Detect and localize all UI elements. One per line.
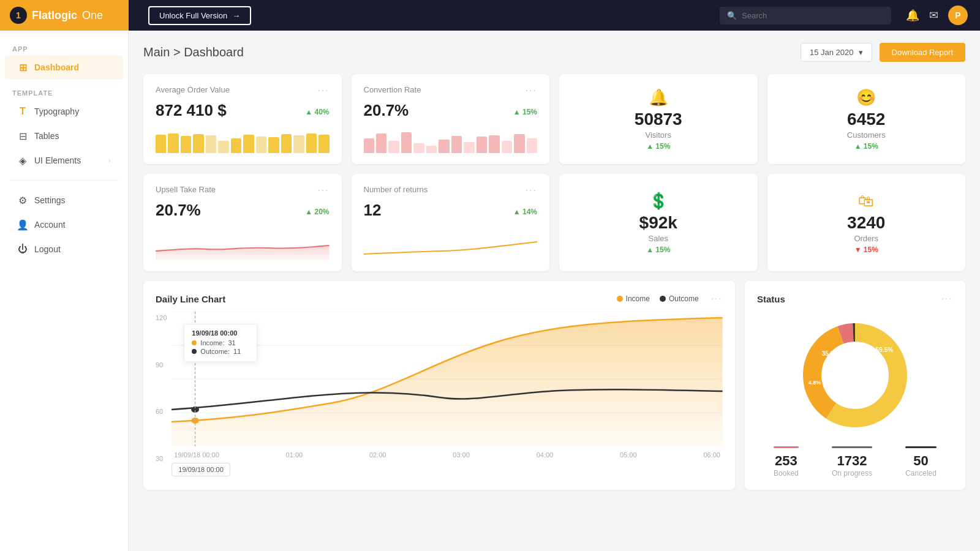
- stat-in-progress: 1732 On progress: [832, 446, 872, 478]
- tables-icon: ⊟: [17, 130, 28, 141]
- stats-row1: Average Order Value ··· 872 410 $ ▲ 40%: [143, 74, 965, 164]
- card-upsell-badge: ▲ 20%: [305, 208, 329, 216]
- card-conversion-badge: ▲ 15%: [513, 108, 537, 116]
- bar: [256, 137, 266, 153]
- search-icon: 🔍: [727, 11, 737, 20]
- bar: [376, 133, 386, 153]
- card-avg-order-badge: ▲ 40%: [305, 108, 329, 116]
- mail-icon[interactable]: ✉: [929, 9, 938, 22]
- legend-outcome: Outcome: [660, 294, 699, 303]
- stat-canceled: 50 Canceled: [905, 446, 937, 478]
- status-header: Status ···: [757, 293, 953, 304]
- chevron-right-icon: ›: [108, 157, 111, 164]
- bar: [514, 134, 524, 153]
- card-returns-menu[interactable]: ···: [526, 185, 537, 196]
- card-avg-order: Average Order Value ··· 872 410 $ ▲ 40%: [143, 74, 342, 164]
- bar: [293, 135, 304, 153]
- bar: [439, 140, 449, 153]
- download-report-button[interactable]: Download Report: [880, 43, 965, 62]
- date-selector[interactable]: 15 Jan 2020 ▾: [801, 43, 872, 62]
- orders-label: Orders: [854, 234, 878, 243]
- scrub-label[interactable]: 19/09/18 00:00: [172, 463, 230, 476]
- card-upsell-menu[interactable]: ···: [317, 185, 329, 196]
- bar-chart-conversion: [364, 129, 538, 153]
- progress-bar: [832, 446, 872, 448]
- card-upsell-title: Upsell Take Rate: [156, 185, 216, 194]
- card-avg-order-menu[interactable]: ···: [317, 85, 329, 96]
- sidebar-item-account[interactable]: 👤 Account: [5, 213, 123, 236]
- notification-icon[interactable]: 🔔: [906, 9, 919, 22]
- canceled-bar: [905, 446, 937, 448]
- bar: [364, 138, 374, 153]
- avatar[interactable]: P: [948, 6, 968, 25]
- bar: [156, 135, 166, 153]
- bar: [451, 136, 462, 153]
- svg-text:59.5%: 59.5%: [876, 347, 893, 353]
- svg-text:35.1%: 35.1%: [822, 350, 839, 357]
- chart-svg-area: 19/09/18 00:00 Income: 31 Outcome: 11: [172, 312, 723, 474]
- bar: [168, 133, 178, 153]
- tooltip-income-row: Income: 31: [192, 339, 249, 347]
- sidebar-section-template: TEMPLATE: [0, 84, 128, 99]
- card-avg-order-title: Average Order Value: [156, 85, 230, 94]
- mini-line-returns: [364, 230, 538, 260]
- bar: [426, 146, 437, 153]
- card-visitors: 🔔 50873 Visitors ▲ 15%: [559, 74, 758, 164]
- status-menu[interactable]: ···: [941, 293, 953, 304]
- orders-value: 3240: [847, 213, 885, 233]
- visitors-value: 50873: [635, 110, 682, 129]
- search-input[interactable]: [742, 11, 884, 20]
- sidebar-item-dashboard[interactable]: ⊞ Dashboard: [5, 56, 123, 79]
- chart-card-daily: Daily Line Chart Income Outcome: [143, 281, 735, 490]
- card-conversion-menu[interactable]: ···: [526, 85, 537, 96]
- donut-wrapper: 59.5% 35.1% 4.8%: [757, 314, 953, 437]
- sidebar-item-ui-elements[interactable]: ◈ UI Elements ›: [5, 149, 123, 172]
- status-title: Status: [757, 294, 785, 304]
- orders-icon: 🛍: [858, 192, 874, 211]
- bar: [527, 138, 537, 153]
- status-stats: 253 Booked 1732 On progress 50 Canceled: [757, 446, 953, 478]
- chart-header: Daily Line Chart Income Outcome: [156, 293, 723, 304]
- logo-area: 1 Flatlogic One: [0, 0, 129, 31]
- chevron-down-icon: ▾: [859, 48, 863, 57]
- bar: [502, 141, 512, 153]
- content-area: Main > Dashboard 15 Jan 2020 ▾ Download …: [129, 31, 980, 551]
- customers-badge: ▲ 15%: [854, 142, 878, 151]
- bar: [306, 133, 317, 153]
- bar: [489, 135, 499, 153]
- logo-text: Flatlogic: [32, 9, 77, 22]
- card-upsell-value: 20.7%: [156, 201, 201, 220]
- card-conversion-title: Convertion Rate: [364, 85, 421, 94]
- chart-tooltip: 19/09/18 00:00 Income: 31 Outcome: 11: [184, 324, 257, 362]
- nav-icons: 🔔 ✉ P: [906, 6, 968, 25]
- chart-legend: Income Outcome: [617, 294, 699, 303]
- breadcrumb: Main > Dashboard: [143, 45, 244, 59]
- bar-chart-avg-order: [156, 129, 330, 153]
- bar: [477, 137, 487, 153]
- donut-chart: 59.5% 35.1% 4.8%: [794, 314, 916, 437]
- card-customers: 😊 6452 Customers ▲ 15%: [767, 74, 966, 164]
- bottom-grid: Daily Line Chart Income Outcome: [143, 281, 965, 490]
- search-bar: 🔍: [720, 7, 891, 24]
- mini-line-upsell: [156, 230, 330, 260]
- bar: [193, 134, 203, 153]
- sales-icon: 💲: [649, 192, 668, 211]
- bar: [181, 136, 191, 153]
- bar: [464, 142, 474, 153]
- unlock-button[interactable]: Unlock Full Version →: [148, 6, 251, 25]
- page-header: Main > Dashboard 15 Jan 2020 ▾ Download …: [143, 43, 965, 62]
- card-returns-badge: ▲ 14%: [513, 208, 537, 216]
- sidebar-item-tables[interactable]: ⊟ Tables: [5, 124, 123, 148]
- bar: [268, 137, 279, 153]
- legend-income-dot: [617, 296, 623, 302]
- tooltip-outcome-dot: [192, 349, 197, 354]
- sidebar-section-app: APP: [0, 40, 128, 55]
- chart-menu[interactable]: ···: [711, 293, 723, 304]
- sidebar-item-logout[interactable]: ⏻ Logout: [5, 238, 123, 261]
- card-sales: 💲 $92k Sales ▲ 15%: [559, 174, 758, 271]
- visitors-badge: ▲ 15%: [646, 142, 670, 151]
- tooltip-income-dot: [192, 340, 197, 345]
- card-conversion-value: 20.7%: [364, 101, 409, 120]
- sidebar-item-settings[interactable]: ⚙ Settings: [5, 189, 123, 212]
- sidebar-item-typography[interactable]: T Typography: [5, 100, 123, 123]
